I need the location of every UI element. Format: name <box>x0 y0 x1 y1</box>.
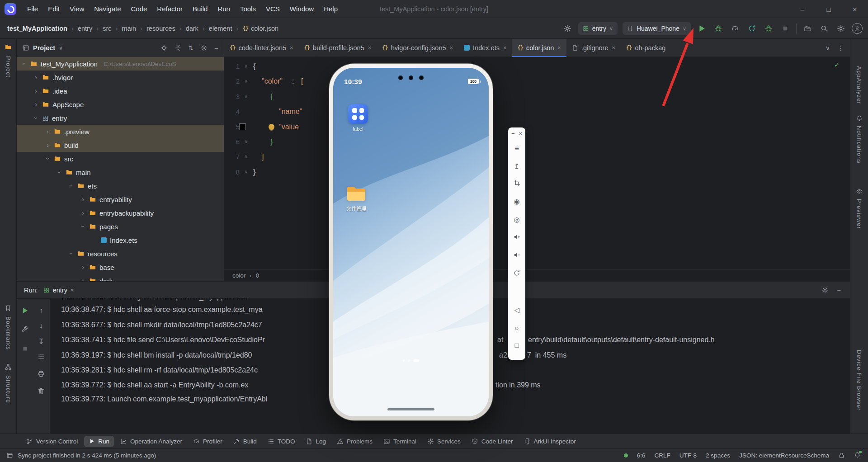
breadcrumb-dark[interactable]: dark <box>186 25 198 32</box>
tree-item-file[interactable]: › Index.ets <box>17 233 224 247</box>
toolwindow-log[interactable]: Log <box>301 436 330 447</box>
locate-file-icon[interactable] <box>160 44 168 52</box>
toolwindow-problems[interactable]: Problems <box>332 436 377 447</box>
toolwindow-terminal[interactable]: Terminal <box>379 436 421 447</box>
restart-app-button[interactable] <box>746 23 758 34</box>
volume-up-icon[interactable] <box>508 233 525 240</box>
tree-item[interactable]: › AppScope <box>17 98 224 111</box>
chevron-icon[interactable]: › <box>56 170 63 175</box>
phone-emulator[interactable]: 10:39 100 label 文件管理 <box>329 64 493 420</box>
scroll-to-end-icon[interactable]: ↧ <box>36 336 47 347</box>
expand-collapse-icon[interactable]: ⇅ <box>189 44 194 52</box>
tree-item[interactable]: › src <box>17 152 224 165</box>
run-tab-entry[interactable]: entry × <box>43 287 74 294</box>
tree-item[interactable]: › ets <box>17 179 224 193</box>
toolwindow-services[interactable]: Services <box>423 436 465 447</box>
close-icon[interactable]: × <box>612 44 616 51</box>
clear-all-trash-icon[interactable] <box>36 386 47 396</box>
nav-recents-icon[interactable]: □ <box>508 342 525 349</box>
stop-button[interactable] <box>779 23 791 34</box>
bookmark-icon[interactable] <box>5 305 12 313</box>
close-icon[interactable]: × <box>368 44 372 51</box>
structure-icon[interactable] <box>5 363 12 372</box>
run-button[interactable] <box>696 23 708 34</box>
profiler-button[interactable] <box>729 23 741 34</box>
tab-code-linter[interactable]: {} code-linter.json5 × <box>224 39 299 57</box>
tab-index-ets[interactable]: Index.ets × <box>458 39 512 57</box>
lock-icon[interactable] <box>838 452 845 459</box>
tree-item[interactable]: › build <box>17 138 224 152</box>
app-icon-file-manager[interactable]: 文件管理 <box>343 184 369 212</box>
toolwindow-profiler[interactable]: Profiler <box>189 436 227 447</box>
up-stack-arrow-icon[interactable]: ↑ <box>36 305 47 316</box>
previewer-eye-icon[interactable] <box>856 188 863 197</box>
tree-item[interactable]: › pages <box>17 220 224 233</box>
app-icon-label[interactable]: label <box>345 104 371 132</box>
tool-windows-icon[interactable] <box>6 452 13 459</box>
chevron-icon[interactable]: › <box>33 101 39 108</box>
locate-icon[interactable]: ◎ <box>508 216 525 223</box>
down-stack-arrow-icon[interactable]: ↓ <box>36 321 47 331</box>
intention-bulb-icon[interactable] <box>269 124 274 130</box>
account-avatar[interactable] <box>852 23 863 34</box>
chevron-icon[interactable]: › <box>45 128 51 135</box>
notifications-bell-icon[interactable] <box>856 115 863 123</box>
hidden-tabs-chevron-icon[interactable]: ∨ <box>826 44 830 52</box>
chevron-icon[interactable]: › <box>21 61 28 67</box>
always-on-top-icon[interactable]: ↥ <box>508 163 525 170</box>
tool-strip-previewer[interactable]: Previewer <box>856 199 863 229</box>
volume-down-icon[interactable] <box>508 251 525 259</box>
json-schema[interactable]: JSON: elementResourceSchema <box>739 452 829 459</box>
chevron-icon[interactable]: › <box>33 87 39 94</box>
chevron-down-icon[interactable]: ∨ <box>59 45 63 51</box>
close-icon[interactable]: × <box>557 44 561 51</box>
tab-color-json[interactable]: {} color.json × <box>512 39 566 57</box>
run-configuration-select[interactable]: entry ∨ <box>578 22 618 35</box>
toolwindow-build[interactable]: Build <box>229 436 261 447</box>
toolwindow-todo[interactable]: TODO <box>263 436 300 447</box>
toolwindow-version-control[interactable]: Version Control <box>22 436 82 447</box>
breadcrumb-resources[interactable]: resources <box>146 25 175 32</box>
window-close-button[interactable]: × <box>842 0 868 18</box>
chevron-icon[interactable]: › <box>80 264 86 271</box>
tab-oh-package[interactable]: {} oh-packag <box>621 39 671 57</box>
tool-strip-structure[interactable]: Structure <box>5 375 12 403</box>
menu-edit[interactable]: Edit <box>43 3 65 14</box>
search-everywhere-icon[interactable] <box>818 23 830 34</box>
home-indicator[interactable] <box>387 408 434 410</box>
toolwindow-run[interactable]: Run <box>84 436 114 447</box>
tree-item[interactable]: › main <box>17 165 224 179</box>
menu-refactor[interactable]: Refactor <box>152 3 188 14</box>
inspection-ok-check-icon[interactable]: ✓ <box>834 61 840 69</box>
fold-chevron-icon[interactable]: ∨ <box>244 89 248 104</box>
toolwindow-operation-analyzer[interactable]: Operation Analyzer <box>116 436 187 447</box>
tree-item[interactable]: › resources <box>17 247 224 260</box>
hide-panel-icon[interactable]: − <box>214 44 218 52</box>
breadcrumb-entry[interactable]: entry <box>78 25 92 32</box>
breadcrumb-element[interactable]: element <box>209 25 232 32</box>
phone-screen[interactable]: 10:39 100 label 文件管理 <box>333 68 489 416</box>
panel-settings-gear-icon[interactable] <box>200 44 208 52</box>
menu-tools[interactable]: Tools <box>235 3 261 14</box>
menu-file[interactable]: File <box>22 3 43 14</box>
hide-panel-icon[interactable]: − <box>837 286 841 294</box>
project-tool-icon[interactable] <box>5 43 12 52</box>
tree-item[interactable]: › .hvigor <box>17 71 224 84</box>
fold-chevron-icon[interactable]: ∨ <box>244 74 248 89</box>
device-select[interactable]: Huawei_Phone ∨ <box>623 22 691 35</box>
chevron-icon[interactable]: › <box>68 183 75 189</box>
tab-hvigor-config[interactable]: {} hvigor-config.json5 × <box>377 39 458 57</box>
menu-window[interactable]: Window <box>285 3 319 14</box>
breadcrumb-file[interactable]: {} color.json <box>242 25 278 32</box>
menu-navigate[interactable]: Navigate <box>89 3 126 14</box>
screen-record-icon[interactable]: ◉ <box>508 198 525 205</box>
tool-strip-app-analyzer[interactable]: AppAnalyzer <box>856 66 863 104</box>
tree-item[interactable]: › entryability <box>17 193 224 206</box>
window-maximize-button[interactable]: □ <box>816 0 842 18</box>
breadcrumb-src[interactable]: src <box>103 25 111 32</box>
menu-help[interactable]: Help <box>319 3 343 14</box>
chevron-icon[interactable]: › <box>80 196 86 203</box>
stop-button[interactable] <box>19 343 30 354</box>
notifications-bell-icon[interactable] <box>854 452 861 460</box>
tool-strip-bookmarks[interactable]: Bookmarks <box>5 316 12 350</box>
